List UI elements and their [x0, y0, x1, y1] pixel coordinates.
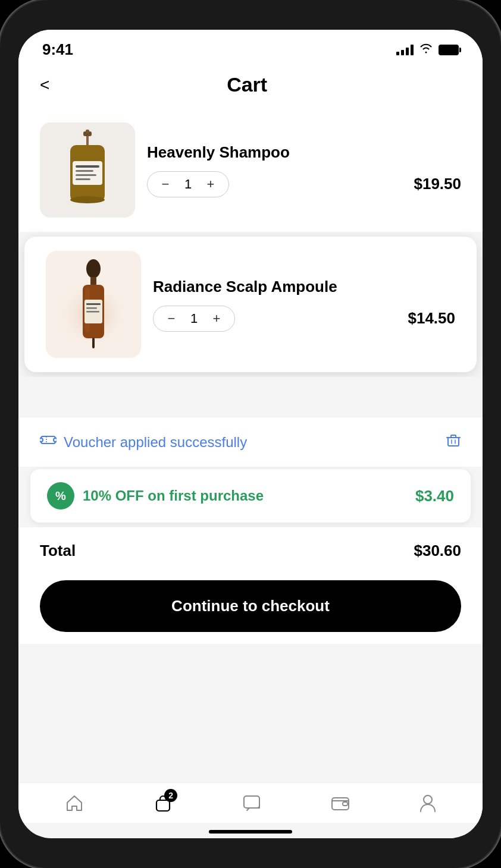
ampoule-price: $14.50	[408, 309, 455, 328]
total-amount: $30.60	[414, 542, 461, 560]
phone-frame: 9:41 < C	[0, 0, 501, 868]
total-section: Total $30.60	[18, 527, 483, 574]
discount-label: 10% OFF on first purchase	[83, 488, 264, 504]
ampoule-item-info: Radiance Scalp Ampoule − 1 + $14.50	[153, 278, 455, 332]
content-spacer	[18, 377, 483, 413]
svg-rect-8	[76, 178, 90, 180]
ampoule-decrease-button[interactable]: −	[164, 311, 179, 326]
shampoo-quantity: 1	[182, 177, 194, 192]
shampoo-increase-button[interactable]: +	[203, 177, 218, 192]
nav-item-wallet[interactable]	[331, 795, 350, 816]
nav-item-cart[interactable]: 2	[154, 794, 173, 817]
discount-left: % 10% OFF on first purchase	[47, 482, 264, 510]
wifi-icon	[419, 43, 433, 56]
discount-amount: $3.40	[415, 487, 454, 505]
ampoule-item-bottom: − 1 + $14.50	[153, 306, 455, 332]
svg-rect-18	[86, 311, 99, 313]
svg-rect-26	[451, 435, 456, 438]
svg-rect-30	[244, 796, 259, 808]
cart-badge: 2	[164, 789, 177, 802]
svg-rect-16	[86, 303, 101, 305]
svg-rect-12	[90, 277, 96, 285]
ampoule-item-name: Radiance Scalp Ampoule	[153, 278, 455, 296]
shampoo-qty-control: − 1 +	[147, 171, 229, 197]
ampoule-increase-button[interactable]: +	[209, 311, 224, 326]
voucher-left: Voucher applied successfully	[40, 432, 247, 452]
shampoo-decrease-button[interactable]: −	[158, 177, 173, 192]
status-icons	[396, 43, 459, 56]
svg-rect-7	[76, 174, 96, 176]
person-icon	[419, 794, 436, 817]
voucher-status-text: Voucher applied successfully	[64, 434, 247, 451]
wallet-icon	[331, 795, 350, 816]
cart-content: Heavenly Shampoo − 1 + $19.50	[18, 108, 483, 782]
svg-rect-17	[86, 307, 97, 309]
battery-icon	[439, 45, 459, 55]
shampoo-price: $19.50	[414, 175, 461, 193]
home-indicator	[209, 830, 292, 834]
back-button[interactable]: <	[40, 76, 49, 95]
svg-point-34	[424, 795, 432, 804]
nav-item-home[interactable]	[65, 794, 84, 816]
svg-rect-32	[343, 802, 347, 806]
ampoule-product-image	[46, 251, 141, 358]
svg-point-11	[86, 259, 101, 278]
status-time: 9:41	[42, 40, 73, 59]
svg-rect-31	[332, 798, 349, 810]
bottom-navigation: 2	[18, 782, 483, 823]
cart-item-ampoule: Radiance Scalp Ampoule − 1 + $14.50	[24, 237, 477, 372]
discount-percent-badge: %	[47, 482, 74, 510]
svg-rect-1	[86, 130, 89, 133]
cart-item-shampoo: Heavenly Shampoo − 1 + $19.50	[18, 108, 483, 232]
home-icon	[65, 794, 84, 816]
header: < Cart	[18, 64, 483, 108]
ampoule-item-wrapper: Radiance Scalp Ampoule − 1 + $14.50	[18, 237, 483, 372]
shampoo-product-image	[40, 122, 135, 218]
ampoule-quantity: 1	[188, 311, 200, 326]
svg-rect-6	[76, 170, 93, 172]
total-label: Total	[40, 542, 76, 560]
discount-banner: % 10% OFF on first purchase $3.40	[30, 469, 471, 523]
svg-point-22	[54, 438, 57, 442]
chat-icon	[242, 794, 261, 816]
checkout-section: Continue to checkout	[18, 574, 483, 644]
ampoule-qty-control: − 1 +	[153, 306, 235, 332]
svg-point-21	[40, 438, 43, 442]
status-bar: 9:41	[18, 30, 483, 64]
remove-voucher-button[interactable]	[446, 433, 461, 452]
shampoo-item-name: Heavenly Shampoo	[147, 143, 461, 162]
shampoo-item-bottom: − 1 + $19.50	[147, 171, 461, 197]
signal-icon	[396, 45, 414, 55]
voucher-ticket-icon	[40, 432, 57, 452]
svg-rect-4	[73, 161, 102, 185]
svg-rect-19	[92, 338, 95, 348]
svg-rect-29	[156, 800, 170, 811]
phone-screen: 9:41 < C	[18, 30, 483, 838]
voucher-section: Voucher applied successfully	[18, 417, 483, 467]
checkout-button[interactable]: Continue to checkout	[40, 580, 461, 632]
page-title: Cart	[49, 73, 444, 96]
nav-item-profile[interactable]	[419, 794, 436, 817]
svg-rect-5	[76, 165, 99, 168]
svg-rect-24	[448, 438, 459, 446]
shampoo-item-info: Heavenly Shampoo − 1 + $19.50	[147, 143, 461, 197]
svg-point-9	[70, 196, 105, 203]
nav-item-messages[interactable]	[242, 794, 261, 816]
